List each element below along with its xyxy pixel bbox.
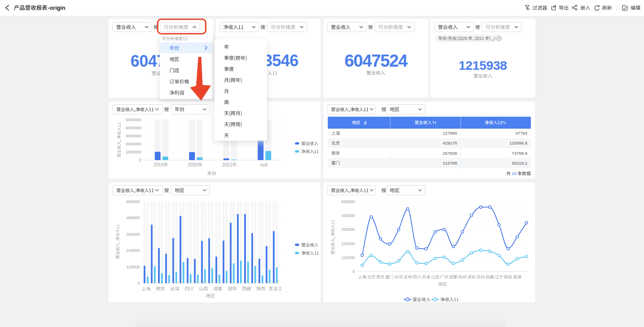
svg-text:110000: 110000	[342, 255, 355, 260]
svg-text:0: 0	[139, 158, 141, 162]
svg-text:2019: 2019	[154, 162, 164, 167]
svg-text:5000000: 5000000	[126, 118, 141, 122]
svg-text:-origin: -origin	[48, 5, 65, 11]
svg-text:1215938: 1215938	[458, 58, 507, 72]
svg-text:600000: 600000	[126, 200, 140, 204]
svg-text:330000: 330000	[341, 227, 355, 232]
svg-text:null: null	[260, 162, 267, 167]
svg-text:2021: 2021	[222, 162, 233, 167]
svg-text:215788: 215788	[443, 161, 457, 166]
svg-text:2000000: 2000000	[126, 142, 141, 146]
svg-text:2020: 2020	[188, 162, 198, 167]
svg-text:220000: 220000	[341, 242, 355, 246]
svg-text:74768.8: 74768.8	[512, 151, 527, 156]
svg-text:0: 0	[137, 281, 140, 285]
svg-text:120000: 120000	[126, 265, 140, 269]
svg-text:429176: 429176	[443, 140, 457, 145]
svg-text:0: 0	[352, 269, 355, 274]
svg-text:6047524: 6047524	[344, 51, 408, 70]
svg-text:59119.2: 59119.2	[512, 161, 527, 166]
svg-text:440000: 440000	[341, 213, 355, 218]
svg-text:47794: 47794	[515, 131, 527, 136]
svg-text:360000: 360000	[126, 232, 140, 237]
svg-text:480000: 480000	[126, 216, 140, 220]
svg-text:1000000: 1000000	[126, 150, 141, 154]
svg-text:127956: 127956	[443, 131, 457, 136]
svg-text:3000000: 3000000	[126, 134, 141, 138]
svg-text:4000000: 4000000	[126, 126, 141, 130]
svg-text:550000: 550000	[341, 200, 355, 204]
svg-text:1: 1	[364, 121, 366, 125]
svg-text:125096.8: 125096.8	[509, 140, 527, 145]
svg-text:19: 19	[512, 171, 517, 176]
svg-text:257836: 257836	[443, 151, 457, 156]
svg-text:240000: 240000	[126, 248, 140, 253]
